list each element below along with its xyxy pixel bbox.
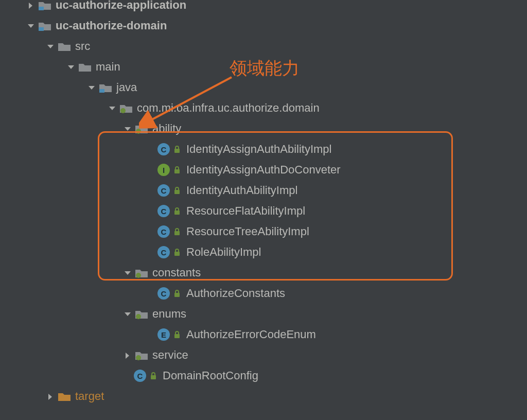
chevron-down-icon <box>122 309 132 319</box>
tree-label: IdentityAuthAbilityImpl <box>186 184 297 197</box>
tree-label: IdentityAssignAuthAbilityImpl <box>186 143 331 156</box>
folder-icon <box>58 41 71 52</box>
tree-item-module-domain[interactable]: uc-authorize-domain <box>0 15 527 36</box>
package-folder-icon <box>135 308 148 320</box>
tree-item-enum[interactable]: E AuthorizeErrorCodeEnum <box>0 324 527 345</box>
tree-item-src[interactable]: src <box>0 36 527 57</box>
chevron-right-icon <box>122 351 132 360</box>
tree-label: uc-authorize-domain <box>56 19 167 32</box>
tree-label: enums <box>152 307 186 321</box>
package-folder-icon <box>135 349 148 361</box>
lock-icon <box>173 186 181 195</box>
chevron-down-icon <box>66 62 75 72</box>
lock-icon <box>173 289 181 297</box>
class-icon: C <box>157 246 170 258</box>
chevron-down-icon <box>122 124 132 133</box>
lock-icon <box>149 372 157 380</box>
tree-label: IdentityAssignAuthDoConveter <box>186 163 341 177</box>
excluded-folder-icon <box>58 391 71 402</box>
tree-item-ability[interactable]: ability <box>0 118 527 139</box>
annotation-label: 领域能力 <box>230 57 300 80</box>
tree-item-java[interactable]: java <box>0 77 527 98</box>
tree-label: ResourceTreeAbilityImpl <box>186 225 309 238</box>
tree-label: DomainRootConfig <box>163 369 258 382</box>
chevron-down-icon <box>86 83 96 92</box>
lock-icon <box>173 145 181 153</box>
tree-item-constants[interactable]: constants <box>0 262 527 283</box>
interface-icon: I <box>157 164 170 176</box>
module-folder-icon <box>38 0 51 11</box>
class-icon: C <box>157 287 170 300</box>
lock-icon <box>173 166 181 174</box>
tree-item-class[interactable]: C DomainRootConfig <box>0 365 527 386</box>
tree-item-class[interactable]: C ResourceTreeAbilityImpl <box>0 221 527 242</box>
lock-icon <box>173 207 181 215</box>
tree-label: target <box>75 390 104 403</box>
tree-item-class[interactable]: C AuthorizeConstants <box>0 283 527 304</box>
chevron-down-icon <box>26 21 35 30</box>
package-folder-icon <box>135 123 148 134</box>
tree-label: uc-authorize-application <box>56 0 186 12</box>
tree-item-class[interactable]: C ResourceFlatAbilityImpl <box>0 201 527 221</box>
lock-icon <box>173 227 181 236</box>
tree-item-module-app[interactable]: uc-authorize-application <box>0 0 527 15</box>
tree-label: ability <box>152 122 181 135</box>
class-icon: C <box>157 225 170 238</box>
lock-icon <box>173 248 181 256</box>
package-folder-icon <box>135 267 148 278</box>
enum-icon: E <box>157 328 170 341</box>
chevron-right-icon <box>45 392 55 401</box>
tree-label: constants <box>152 266 201 279</box>
tree-label: AuthorizeErrorCodeEnum <box>186 328 316 341</box>
chevron-down-icon <box>122 268 132 277</box>
folder-icon <box>78 61 92 73</box>
tree-item-target[interactable]: target <box>0 386 527 407</box>
tree-item-class[interactable]: C IdentityAuthAbilityImpl <box>0 180 527 201</box>
tree-item-class[interactable]: C RoleAbilityImpl <box>0 242 527 262</box>
tree-item-package[interactable]: com.mi.oa.infra.uc.authorize.domain <box>0 98 527 118</box>
class-icon: C <box>157 143 170 155</box>
chevron-down-icon <box>45 42 55 51</box>
source-folder-icon <box>99 82 112 93</box>
package-folder-icon <box>119 102 133 114</box>
class-icon: C <box>157 205 170 217</box>
tree-label: main <box>96 60 120 74</box>
class-icon: C <box>157 184 170 197</box>
tree-label: com.mi.oa.infra.uc.authorize.domain <box>137 101 320 115</box>
module-folder-icon <box>38 20 51 31</box>
tree-item-service[interactable]: service <box>0 345 527 365</box>
tree-item-interface[interactable]: I IdentityAssignAuthDoConveter <box>0 160 527 180</box>
tree-label: AuthorizeConstants <box>186 287 285 300</box>
tree-label: java <box>116 81 137 94</box>
chevron-down-icon <box>107 103 116 113</box>
tree-item-enums[interactable]: enums <box>0 304 527 324</box>
tree-label: RoleAbilityImpl <box>186 246 261 259</box>
tree-item-class[interactable]: C IdentityAssignAuthAbilityImpl <box>0 139 527 160</box>
tree-label: src <box>75 40 90 53</box>
tree-label: ResourceFlatAbilityImpl <box>186 204 305 218</box>
chevron-right-icon <box>26 1 35 10</box>
tree-label: service <box>152 348 188 362</box>
lock-icon <box>173 330 181 339</box>
class-icon: C <box>134 370 146 382</box>
